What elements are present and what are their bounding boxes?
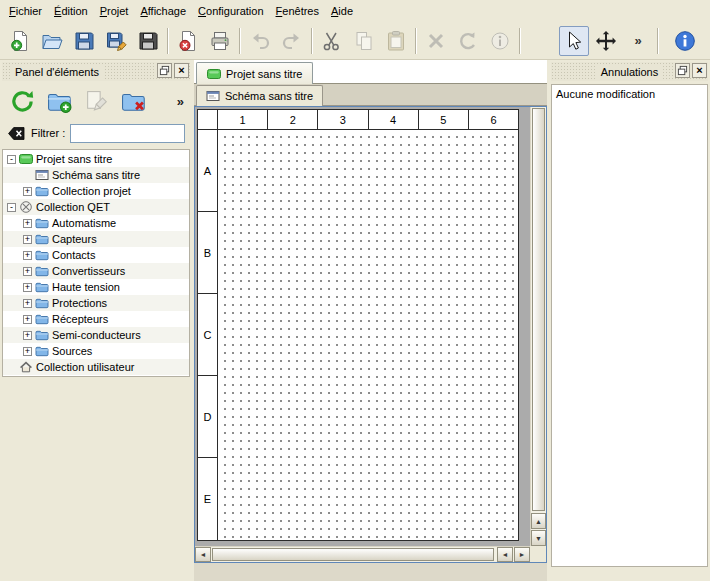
filter-input[interactable] [70,124,185,143]
expand-icon[interactable]: + [23,299,32,308]
project-icon [207,67,221,81]
rotate-icon [457,30,479,52]
toolbar-separator [239,28,241,54]
expand-icon[interactable]: + [23,347,32,356]
tree-item-automatisme[interactable]: +Automatisme [3,215,189,231]
expand-icon[interactable]: + [23,219,32,228]
diagram-grid[interactable] [218,130,518,540]
float-icon [677,65,688,76]
select-tool-button[interactable] [559,26,589,56]
vertical-scrollbar-thumb[interactable] [532,108,545,511]
select-tool-icon [563,30,585,52]
float-icon [159,65,170,76]
scroll-down-button[interactable]: ▼ [531,530,546,546]
horizontal-scrollbar-thumb[interactable] [212,548,494,561]
clear-filter-button[interactable] [7,124,26,143]
menu-affichage[interactable]: Affichage [134,2,192,20]
float-panel-button[interactable] [157,63,172,78]
menu-configuration[interactable]: Configuration [192,2,269,20]
expand-icon[interactable]: + [23,315,32,324]
tree-item-capteurs[interactable]: +Capteurs [3,231,189,247]
about-qet-button[interactable] [670,26,700,56]
menu-projet[interactable]: Projet [94,2,135,20]
undo-panel-titlebar-buttons: × [673,63,707,78]
paste-button[interactable] [381,26,411,56]
arrow-up-icon: ▲ [535,518,542,525]
tree-item-sources[interactable]: +Sources [3,343,189,359]
project-tab[interactable]: Projet sans titre [196,62,313,84]
delete-element-button[interactable] [119,87,147,115]
save-file-button[interactable] [69,26,99,56]
tree-item-schema-sans-titre[interactable]: Schéma sans titre [3,167,189,183]
expand-icon[interactable]: + [23,331,32,340]
save-as-icon [105,30,127,52]
new-element-button[interactable] [45,87,73,115]
save-all-button[interactable] [133,26,163,56]
vertical-scrollbar[interactable]: ▲ ▼ [530,107,546,546]
tree-item-semi-conducteurs[interactable]: +Semi-conducteurs [3,327,189,343]
folder-icon [35,312,49,326]
scroll-left-button-2[interactable]: ◄ [497,547,513,562]
print-button[interactable] [205,26,235,56]
reload-collections-button[interactable] [8,87,36,115]
tree-item-recepteurs[interactable]: +Récepteurs [3,311,189,327]
tree-item-haute-tension[interactable]: +Haute tension [3,279,189,295]
diagram-tab[interactable]: Schéma sans titre [196,85,323,106]
undo-panel-titlebar: Annulations × [551,62,708,81]
tree-item-projet-sans-titre[interactable]: -Projet sans titre [3,151,189,167]
tree-item-contacts[interactable]: +Contacts [3,247,189,263]
expand-icon[interactable]: + [23,283,32,292]
edit-element-button[interactable] [82,87,110,115]
toolbar-separator [311,28,313,54]
undo-list: Aucune modification [551,84,708,567]
close-file-button[interactable] [173,26,203,56]
folder-icon [35,216,49,230]
diagram-infos-button[interactable] [485,26,515,56]
menu-aide[interactable]: Aide [325,2,359,20]
tree-item-label: Protections [52,297,107,309]
horizontal-scrollbar[interactable]: ◄ ◄ ► [195,546,530,562]
new-file-button[interactable] [5,26,35,56]
save-as-button[interactable] [101,26,131,56]
expand-icon[interactable]: + [23,267,32,276]
scroll-right-button[interactable]: ► [514,547,530,562]
menu-edition[interactable]: Édition [48,2,94,20]
delete-button[interactable] [421,26,451,56]
close-panel-button[interactable]: × [692,63,707,78]
undo-list-empty-item[interactable]: Aucune modification [556,88,703,103]
arrow-down-icon: ▼ [535,535,542,542]
scroll-left-button[interactable]: ◄ [195,547,211,562]
open-file-button[interactable] [37,26,67,56]
redo-button[interactable] [277,26,307,56]
expand-icon[interactable]: + [23,251,32,260]
folder-icon [35,344,49,358]
rotate-button[interactable] [453,26,483,56]
toolbar-overflow-button[interactable]: » [623,26,653,56]
tree-item-collection-qet[interactable]: -Collection QET [3,199,189,215]
column-headers: 123456 [218,110,518,130]
tree-item-convertisseurs[interactable]: +Convertisseurs [3,263,189,279]
panel-overflow-button[interactable]: » [177,94,184,109]
copy-button[interactable] [349,26,379,56]
project-tabbar: Projet sans titre [194,60,547,84]
close-panel-button[interactable]: × [174,63,189,78]
expand-icon[interactable]: + [23,187,32,196]
tree-item-label: Semi-conducteurs [52,329,141,341]
undo-button[interactable] [245,26,275,56]
collapse-icon[interactable]: - [7,155,16,164]
tree-item-label: Collection projet [52,185,131,197]
diagram-view[interactable]: 123456 ABCDE ▲ ▼ ◄ ◄ ► [194,106,547,563]
move-tool-button[interactable] [591,26,621,56]
cut-button[interactable] [317,26,347,56]
collapse-icon[interactable]: - [7,203,16,212]
menu-fichier[interactable]: Fichier [3,2,48,20]
main-area: Panel d'éléments × » Filtrer : -Projet s… [0,60,710,581]
expand-icon[interactable]: + [23,235,32,244]
tree-item-collection-projet[interactable]: +Collection projet [3,183,189,199]
tree-item-protections[interactable]: +Protections [3,295,189,311]
menu-fenetres[interactable]: Fenêtres [270,2,325,20]
column-header-3: 3 [318,110,368,129]
scroll-up-button[interactable]: ▲ [531,513,546,529]
float-panel-button[interactable] [675,63,690,78]
tree-item-collection-utilisateur[interactable]: Collection utilisateur [3,359,189,375]
